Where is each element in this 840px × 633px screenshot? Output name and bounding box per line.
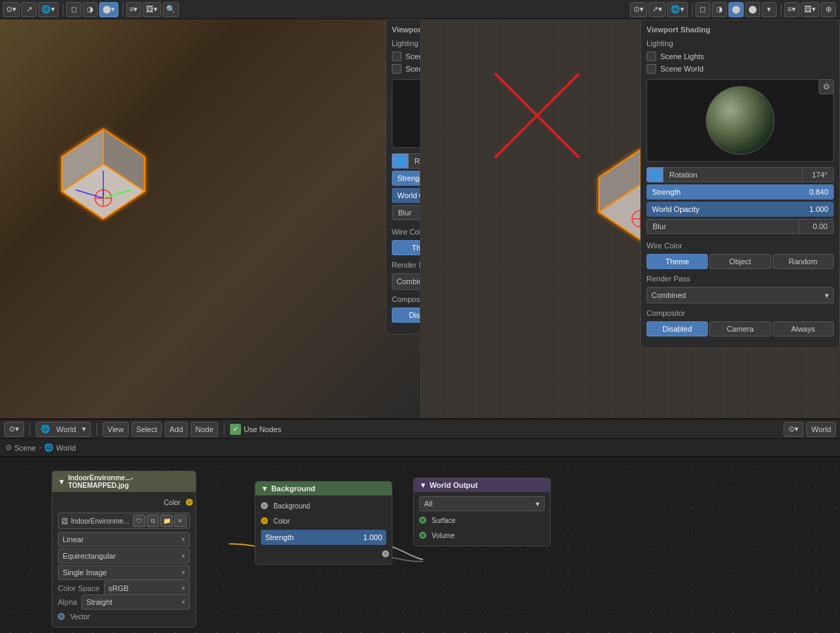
bg-output-socket[interactable] [382,550,389,557]
image-color-socket[interactable] [186,499,193,506]
image-node-header[interactable]: ▼ IndoorEnvironme...-TONEMAPPED.jpg [52,471,196,492]
img-action-shield[interactable]: 🛡 [133,515,145,527]
scene-world-checkbox-left[interactable] [392,64,401,74]
wire-theme-btn-left[interactable]: Theme [392,240,420,255]
toolbar-right-mat-btn[interactable]: ⬤ [728,2,744,17]
node-sep1 [30,423,30,436]
world-opacity-row-right[interactable]: World Opacity 1.000 [647,202,834,217]
compositor-camera-btn-right[interactable]: Camera [709,321,770,336]
scene-lights-checkbox-right[interactable] [647,52,656,61]
toolbar-overlay-btn[interactable]: ≡▾ [126,2,141,17]
use-nodes-checkbox[interactable]: ✓ [230,424,241,435]
vector-socket[interactable] [58,613,65,620]
render-pass-select-left[interactable]: Combined ▾ [392,273,420,290]
toolbar-right-globe-btn[interactable]: 🌐▾ [667,2,688,17]
use-nodes-container: ✓ Use Nodes [230,424,281,435]
vector-row: Vector [52,609,196,624]
bg-color-in-socket[interactable] [261,517,268,524]
blur-row-left: Blur 0.00 [392,205,420,220]
rotation-icon-right[interactable]: 🌐 [647,167,663,182]
toolbar-right-list-btn[interactable]: ≡▾ [784,2,799,17]
toolbar-render-btn[interactable]: ◻ [66,2,81,17]
node-sep3 [224,423,224,436]
world-opacity-label-left: World Opacity [392,188,420,203]
node-right-icon-btn[interactable]: ⊙▾ [784,422,804,437]
compositor-disabled-btn-right[interactable]: Disabled [647,321,708,336]
node-canvas[interactable]: ▼ IndoorEnvironme...-TONEMAPPED.jpg Colo… [0,457,840,633]
strength-row-left[interactable]: Strength 1.000 [392,171,420,186]
toolbar-right-solid-btn[interactable]: ◑ [712,2,727,17]
bg-background-socket[interactable] [261,502,268,509]
compositor-always-btn-right[interactable]: Always [773,321,834,336]
toolbar-viewport-btn[interactable]: ◑ [83,2,98,17]
rotation-value-right[interactable]: 174° [803,167,834,182]
output-node-header[interactable]: ▼ World Output [414,478,550,492]
wire-theme-btn-right[interactable]: Theme [647,254,708,269]
projection-select[interactable]: Equirectangular ▾ [58,548,190,564]
color-space-key: Color Space [58,584,100,592]
strength-row-right[interactable]: Strength 0.840 [647,184,834,200]
node-btn[interactable]: Node [191,422,218,437]
render-pass-select-right[interactable]: Combined ▾ [647,287,834,303]
compositor-group-right: Disabled Camera Always [647,321,834,336]
single-image-select[interactable]: Single Image ▾ [58,565,190,580]
toolbar-right-overlay2-btn[interactable]: ▾ [762,2,777,17]
world-dropdown-btn[interactable]: 🌐 World ▾ [36,422,91,437]
toolbar-right-view-btn[interactable]: ⊙▾ [630,2,647,17]
blur-value-right[interactable]: 0.00 [799,219,834,234]
toolbar-sep2 [123,3,123,16]
output-volume-socket[interactable] [419,532,426,539]
view-btn[interactable]: View [103,422,129,437]
breadcrumb-world: 🌐 World [44,443,76,452]
img-action-close[interactable]: ✕ [174,515,187,527]
compositor-disabled-btn-left[interactable]: Disabled [392,308,420,323]
toolbar-image-btn[interactable]: 🖼▾ [143,2,161,17]
render-pass-dropdown-left[interactable]: Combined ▾ [392,273,420,290]
render-pass-label-left: Render Pass [392,261,420,269]
world-opacity-row-left[interactable]: World Opacity 1.000 [392,188,420,203]
wire-object-btn-right[interactable]: Object [709,254,770,269]
bg-color-in-label: Color [273,517,290,525]
toolbar-view-btn[interactable]: ⊙▾ [3,2,20,17]
wire-color-group-right: Theme Object Random [647,254,834,269]
toolbar-sep3 [692,3,693,16]
background-node-header[interactable]: ▼ Background [255,482,392,495]
interpolation-select[interactable]: Linear ▾ [58,532,190,547]
rotation-icon-left[interactable]: 🌐 [392,153,408,169]
scene-world-checkbox-right[interactable] [647,64,656,74]
viewport-area: Viewport Shading Lighting Scene Lights S… [0,19,840,418]
select-btn[interactable]: Select [132,422,162,437]
add-btn[interactable]: Add [165,422,188,437]
node-editor-icon[interactable]: ⊙▾ [4,422,24,437]
viewport-left[interactable]: Viewport Shading Lighting Scene Lights S… [0,19,420,418]
viewport-right[interactable]: Viewport Shading Lighting Scene Lights S… [420,19,840,418]
toolbar-rendered-btn[interactable]: ⬤▾ [99,2,118,17]
alpha-select[interactable]: Straight ▾ [81,594,190,610]
wire-random-btn-right[interactable]: Random [773,254,834,269]
toolbar-right-render-btn[interactable]: ◻ [695,2,711,17]
render-pass-arrow-right: ▾ [825,291,829,300]
gear-btn-right[interactable]: ⚙ [819,79,834,94]
img-action-folder[interactable]: 📁 [160,515,173,527]
color-space-select[interactable]: sRGB ▾ [104,581,190,596]
output-surface-socket[interactable] [419,517,426,524]
toolbar-cursor-btn[interactable]: ↗ [21,2,36,17]
scene-lights-checkbox-left[interactable] [392,52,401,61]
toolbar-right-plus-btn[interactable]: ⊕ [821,2,836,17]
toolbar-right-rendered2-btn[interactable]: ⬤ [745,2,760,17]
hdri-ball-right[interactable] [706,86,775,155]
image-node-body: Color 🖼 IndoorEnvironme... 🛡 ⧉ 📁 ✕ [52,492,196,627]
out-header-arrow: ▼ [419,481,427,489]
toolbar-global-btn[interactable]: 🌐▾ [38,2,59,17]
output-all-select[interactable]: All ▾ [419,496,545,511]
alpha-val: Straight [86,598,112,606]
output-node: ▼ World Output All ▾ Surface [413,478,551,546]
bg-input-row: Background [255,498,392,513]
render-pass-dropdown-right[interactable]: Combined ▾ [647,287,834,303]
toolbar-right-edit-btn[interactable]: ↗▾ [649,2,666,17]
toolbar-search-btn[interactable]: 🔍 [162,2,179,17]
img-action-copy[interactable]: ⧉ [147,515,159,527]
toolbar-right-img2-btn[interactable]: 🖼▾ [801,2,819,17]
interpolation-val: Linear [63,535,84,544]
use-nodes-check-mark: ✓ [233,425,238,433]
